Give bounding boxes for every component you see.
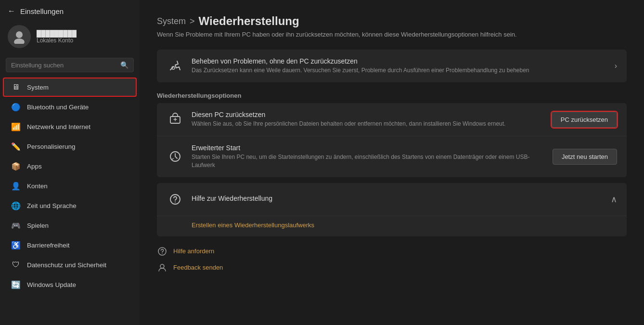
breadcrumb-separator: > — [190, 16, 195, 26]
fix-title: Beheben von Problemen, ohne den PC zurüc… — [192, 57, 607, 65]
reset-pc-text: Diesen PC zurücksetzen Wählen Sie aus, o… — [192, 111, 544, 128]
hilfe-body: Erstellen eines Wiederherstellungslaufwe… — [157, 216, 627, 236]
sidebar-item-label-accounts: Konten — [27, 182, 48, 190]
advanced-start-action: Jetzt neu starten — [553, 149, 617, 165]
create-recovery-drive-link[interactable]: Erstellen eines Wiederherstellungslaufwe… — [192, 221, 314, 229]
help-link[interactable]: Hilfe anfordern — [173, 247, 214, 255]
recovery-options-title: Wiederherstellungsoptionen — [157, 92, 627, 99]
bluetooth-icon: 🔵 — [11, 102, 21, 112]
feedback-icon — [157, 262, 167, 273]
fix-chevron: › — [615, 62, 617, 70]
hilfe-icon — [167, 191, 184, 208]
svg-point-8 — [162, 253, 163, 254]
avatar — [8, 25, 31, 48]
user-account: Lokales Konto — [37, 37, 77, 44]
sidebar-item-apps[interactable]: 📦 Apps — [3, 156, 137, 176]
update-icon: 🔄 — [11, 279, 21, 290]
hilfe-title: Hilfe zur Wiederherstellung — [192, 195, 272, 202]
back-button[interactable]: ← — [8, 7, 15, 15]
hilfe-header-left: Hilfe zur Wiederherstellung — [167, 191, 272, 208]
user-section: █████████ Lokales Konto — [0, 20, 140, 55]
advanced-start-icon — [167, 148, 184, 165]
hilfe-chevron-up-icon: ∧ — [611, 194, 617, 205]
sidebar-item-label-apps: Apps — [27, 163, 42, 170]
sidebar-item-label-bluetooth: Bluetooth und Geräte — [27, 104, 89, 111]
sidebar-item-privacy[interactable]: 🛡 Datenschutz und Sicherheit — [3, 255, 137, 274]
feedback-link-row: Feedback senden — [157, 262, 627, 273]
help-link-row: Hilfe anfordern — [157, 246, 627, 257]
sidebar-header: ← Einstellungen — [0, 0, 140, 20]
reset-pc-title: Diesen PC zurücksetzen — [192, 111, 544, 118]
bottom-links: Hilfe anfordern Feedback senden — [157, 246, 627, 273]
sidebar-item-network[interactable]: 📶 Netzwerk und Internet — [3, 117, 137, 136]
sidebar-item-label-time: Zeit und Sprache — [27, 202, 77, 209]
sidebar-item-bluetooth[interactable]: 🔵 Bluetooth und Geräte — [3, 97, 137, 117]
sidebar-item-label-privacy: Datenschutz und Sicherheit — [27, 261, 106, 269]
personalization-icon: ✏️ — [11, 141, 21, 152]
advanced-start-text: Erweiterter Start Starten Sie Ihren PC n… — [192, 144, 545, 169]
hilfe-header[interactable]: Hilfe zur Wiederherstellung ∧ — [157, 183, 627, 216]
accessibility-icon: ♿ — [11, 240, 21, 250]
sidebar-item-label-personalization: Personalisierung — [27, 143, 76, 150]
advanced-start-row: Erweiterter Start Starten Sie Ihren PC n… — [157, 136, 627, 177]
system-icon: 🖥 — [11, 82, 21, 92]
chevron-right-icon: › — [615, 62, 617, 70]
help-icon — [157, 246, 167, 257]
svg-point-6 — [175, 201, 176, 202]
search-icon: 🔍 — [120, 61, 129, 69]
time-icon: 🌐 — [11, 200, 21, 211]
svg-point-1 — [14, 39, 25, 44]
network-icon: 📶 — [11, 121, 21, 132]
svg-point-0 — [16, 31, 23, 38]
sidebar-item-label-gaming: Spielen — [27, 222, 49, 229]
sidebar-item-label-update: Windows Update — [27, 281, 76, 288]
sidebar-item-system[interactable]: 🖥 System — [3, 78, 137, 97]
sidebar: ← Einstellungen █████████ Lokales Konto … — [0, 0, 140, 325]
sidebar-item-accessibility[interactable]: ♿ Barrierefreiheit — [3, 235, 137, 255]
search-input[interactable] — [11, 62, 116, 69]
breadcrumb-current: Wiederherstellung — [199, 14, 299, 28]
fix-desc: Das Zurücksetzen kann eine Weile dauern.… — [192, 66, 607, 75]
sidebar-item-label-accessibility: Barrierefreiheit — [27, 242, 70, 249]
reset-pc-button[interactable]: PC zurücksetzen — [552, 112, 617, 128]
feedback-link[interactable]: Feedback senden — [173, 264, 223, 271]
fix-card-text: Beheben von Problemen, ohne den PC zurüc… — [192, 57, 607, 75]
main-content: System > Wiederherstellung Wenn Sie Prob… — [140, 0, 644, 325]
breadcrumb: System > Wiederherstellung — [157, 14, 627, 28]
sidebar-nav: 🖥 System 🔵 Bluetooth und Geräte 📶 Netzwe… — [0, 77, 140, 295]
recovery-options-card: Diesen PC zurücksetzen Wählen Sie aus, o… — [157, 103, 627, 177]
page-description: Wenn Sie Probleme mit Ihrem PC haben ode… — [157, 31, 627, 38]
reset-pc-row: Diesen PC zurücksetzen Wählen Sie aus, o… — [157, 103, 627, 136]
sidebar-item-update[interactable]: 🔄 Windows Update — [3, 275, 137, 294]
sidebar-item-accounts[interactable]: 👤 Konten — [3, 176, 137, 195]
advanced-start-desc: Starten Sie Ihren PC neu, um die Startei… — [192, 153, 545, 169]
app-title: Einstellungen — [20, 7, 64, 15]
breadcrumb-parent: System — [157, 16, 186, 26]
fix-icon — [167, 57, 184, 75]
reset-pc-desc: Wählen Sie aus, ob Sie Ihre persönlichen… — [192, 120, 544, 128]
sidebar-item-time[interactable]: 🌐 Zeit und Sprache — [3, 196, 137, 215]
user-info: █████████ Lokales Konto — [37, 30, 77, 44]
gaming-icon: 🎮 — [11, 220, 21, 231]
restart-button[interactable]: Jetzt neu starten — [553, 149, 617, 165]
hilfe-card: Hilfe zur Wiederherstellung ∧ Erstellen … — [157, 183, 627, 236]
accounts-icon: 👤 — [11, 181, 21, 191]
svg-point-7 — [158, 247, 166, 255]
advanced-start-title: Erweiterter Start — [192, 144, 545, 152]
user-name: █████████ — [37, 30, 77, 37]
sidebar-item-label-system: System — [27, 84, 49, 91]
search-box[interactable]: 🔍 — [6, 58, 134, 72]
apps-icon: 📦 — [11, 161, 21, 171]
reset-pc-action: PC zurücksetzen — [552, 112, 617, 128]
privacy-icon: 🛡 — [11, 260, 21, 270]
sidebar-item-personalization[interactable]: ✏️ Personalisierung — [3, 137, 137, 156]
svg-point-9 — [160, 264, 164, 268]
fix-card: Beheben von Problemen, ohne den PC zurüc… — [157, 50, 627, 82]
sidebar-item-label-network: Netzwerk und Internet — [27, 123, 90, 130]
fix-card-row[interactable]: Beheben von Problemen, ohne den PC zurüc… — [157, 50, 627, 82]
reset-pc-icon — [167, 111, 184, 128]
sidebar-item-gaming[interactable]: 🎮 Spielen — [3, 216, 137, 235]
